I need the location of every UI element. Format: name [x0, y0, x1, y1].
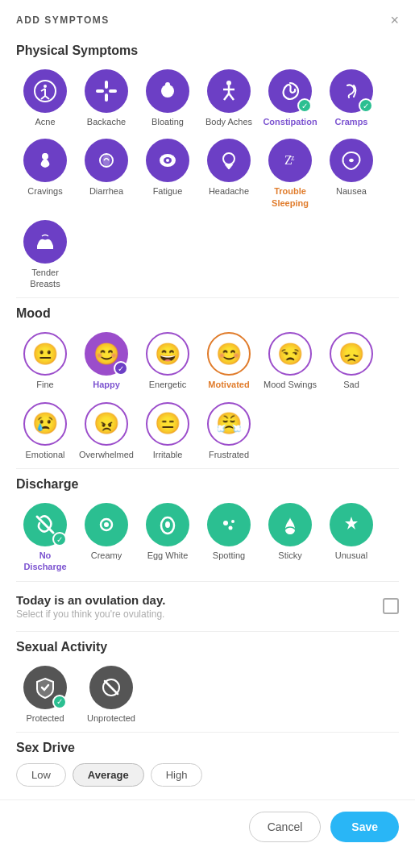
svg-rect-8 — [96, 89, 104, 93]
nausea-label: Nausea — [336, 185, 367, 197]
ovulation-main-text: Today is an ovulation day. — [16, 593, 165, 607]
symptom-acne[interactable]: Acne — [16, 66, 74, 131]
svg-rect-9 — [109, 89, 117, 93]
close-icon[interactable]: × — [390, 13, 399, 27]
svg-point-32 — [165, 521, 170, 528]
headache-label: Headache — [209, 185, 249, 197]
svg-point-35 — [229, 526, 233, 530]
sex-unprotected[interactable]: Unprotected — [82, 662, 140, 727]
discharge-unusual[interactable]: Unusual — [322, 500, 380, 576]
symptom-diarrhea[interactable]: Diarrhea — [77, 135, 135, 212]
mood-emotional[interactable]: 😢 Emotional — [16, 399, 74, 463]
irritable-label: Irritable — [153, 449, 183, 460]
symptom-trouble-sleeping[interactable]: Z z Trouble Sleeping — [261, 135, 319, 212]
ovulation-checkbox[interactable] — [383, 598, 399, 614]
modal-title: ADD SYMPTOMS — [16, 15, 110, 26]
egg-white-label: Egg White — [147, 550, 189, 561]
svg-line-15 — [224, 93, 229, 100]
discharge-section: Discharge ✓ No Discharge — [0, 469, 415, 581]
svg-line-16 — [229, 93, 234, 100]
bloating-label: Bloating — [151, 116, 184, 127]
symptom-bloating[interactable]: Bloating — [139, 66, 197, 131]
svg-point-11 — [165, 82, 170, 87]
discharge-spotting[interactable]: Spotting — [200, 500, 258, 576]
svg-point-33 — [223, 521, 228, 525]
symptom-body-aches[interactable]: Body Aches — [200, 66, 258, 131]
symptom-cravings[interactable]: Cravings — [16, 135, 74, 212]
acne-label: Acne — [35, 116, 55, 127]
symptom-backache[interactable]: Backache — [77, 66, 135, 131]
sticky-label: Sticky — [278, 550, 301, 561]
emotional-label: Emotional — [26, 449, 65, 460]
svg-point-22 — [166, 159, 169, 162]
symptom-headache[interactable]: Headache — [200, 135, 258, 212]
symptom-cramps[interactable]: ✓ Cramps — [322, 66, 380, 131]
mood-overwhelmed[interactable]: 😠 Overwhelmed — [77, 399, 135, 463]
protected-label: Protected — [26, 712, 64, 724]
mood-frustrated[interactable]: 😤 Frustrated — [200, 399, 258, 463]
sex-drive-title: Sex Drive — [16, 741, 399, 755]
modal-header: ADD SYMPTOMS × — [0, 0, 415, 35]
svg-text:z: z — [291, 153, 295, 162]
sex-grid: ✓ Protected Unprotected — [16, 662, 399, 727]
svg-rect-7 — [105, 93, 108, 102]
energetic-label: Energetic — [149, 379, 186, 390]
mood-fine[interactable]: 😐 Fine — [16, 329, 74, 393]
unusual-label: Unusual — [335, 550, 367, 561]
svg-rect-18 — [44, 153, 47, 156]
ovulation-section: Today is an ovulation day. Select if you… — [0, 582, 415, 631]
svg-point-34 — [231, 520, 234, 523]
symptom-fatigue[interactable]: Fatigue — [139, 135, 197, 212]
svg-line-5 — [45, 96, 49, 99]
sexual-activity-section: Sexual Activity ✓ Protected — [0, 632, 415, 732]
mood-motivated[interactable]: 😊 Motivated — [200, 329, 258, 393]
svg-rect-6 — [105, 81, 108, 89]
tender-breasts-label: Tender Breasts — [18, 267, 73, 290]
cancel-button[interactable]: Cancel — [249, 812, 322, 842]
discharge-title: Discharge — [16, 477, 399, 492]
mood-happy[interactable]: 😊 ✓ Happy — [77, 329, 135, 393]
spotting-label: Spotting — [213, 550, 245, 561]
fatigue-label: Fatigue — [153, 185, 183, 197]
discharge-none[interactable]: ✓ No Discharge — [16, 500, 74, 576]
svg-point-1 — [44, 85, 47, 88]
discharge-grid: ✓ No Discharge Creamy — [16, 500, 399, 576]
sad-label: Sad — [343, 379, 359, 390]
svg-line-4 — [41, 96, 45, 99]
mood-energetic[interactable]: 😄 Energetic — [139, 329, 197, 393]
mood-grid: 😐 Fine 😊 ✓ Happy 😄 Energetic — [16, 329, 399, 463]
symptom-tender-breasts[interactable]: Tender Breasts — [16, 217, 74, 293]
drive-high-button[interactable]: High — [151, 763, 203, 787]
discharge-creamy[interactable]: Creamy — [77, 500, 135, 576]
drive-options: Low Average High — [16, 763, 399, 787]
frustrated-label: Frustrated — [209, 449, 249, 460]
body-aches-label: Body Aches — [205, 116, 252, 127]
sexual-activity-title: Sexual Activity — [16, 640, 399, 654]
symptom-constipation[interactable]: ✓ Constipation — [261, 66, 319, 131]
symptom-nausea[interactable]: Nausea — [322, 135, 380, 212]
fine-label: Fine — [36, 379, 53, 390]
svg-line-37 — [105, 681, 118, 694]
svg-point-30 — [104, 522, 109, 527]
mood-swings[interactable]: 😒 Mood Swings — [261, 329, 319, 393]
diarrhea-label: Diarrhea — [89, 185, 123, 197]
mood-swings-label: Mood Swings — [264, 379, 317, 390]
mood-sad[interactable]: 😞 Sad — [322, 329, 380, 393]
discharge-egg-white[interactable]: Egg White — [139, 500, 197, 576]
mood-title: Mood — [16, 306, 399, 321]
sex-protected[interactable]: ✓ Protected — [16, 662, 74, 727]
save-button[interactable]: Save — [330, 812, 399, 842]
motivated-label: Motivated — [208, 379, 249, 390]
discharge-sticky[interactable]: Sticky — [261, 500, 319, 576]
mood-section: Mood 😐 Fine 😊 ✓ Happy — [0, 298, 415, 468]
svg-line-25 — [230, 156, 230, 159]
trouble-sleeping-label: Trouble Sleeping — [263, 185, 317, 209]
drive-average-button[interactable]: Average — [73, 763, 144, 787]
no-discharge-label: No Discharge — [18, 550, 73, 573]
cravings-label: Cravings — [27, 185, 62, 197]
drive-low-button[interactable]: Low — [16, 763, 66, 787]
physical-symptoms-grid: Acne Backache Bloating — [16, 66, 399, 293]
physical-symptoms-title: Physical Symptoms — [16, 44, 399, 58]
mood-irritable[interactable]: 😑 Irritable — [139, 399, 197, 463]
modal-footer: Cancel Save — [0, 799, 415, 853]
